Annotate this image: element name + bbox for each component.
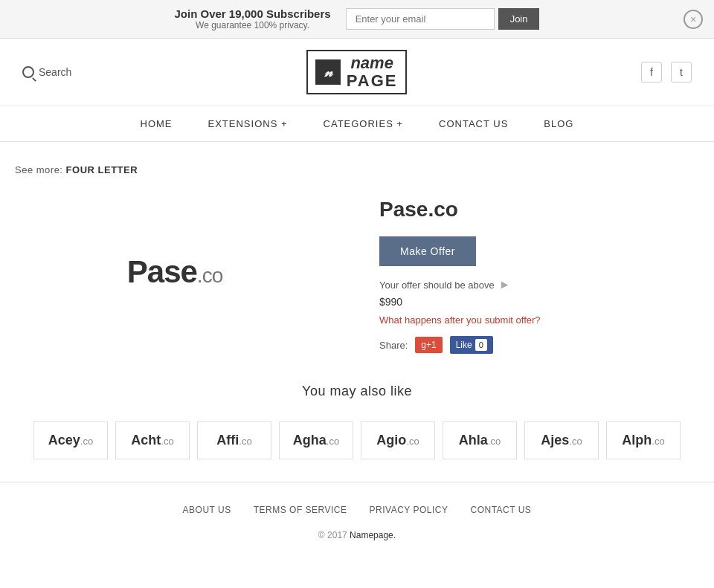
domain-card-6[interactable]: Ajes.co xyxy=(524,421,599,459)
banner-main-text: Join Over 19,000 Subscribers xyxy=(175,7,331,20)
logo-icon-letter: 𝓃 xyxy=(324,65,332,80)
logo-name: name xyxy=(347,54,398,72)
footer-links: ABOUT US TERMS OF SERVICE PRIVACY POLICY… xyxy=(15,505,699,515)
footer-about[interactable]: ABOUT US xyxy=(183,505,231,515)
logo-text: name PAGE xyxy=(347,54,398,90)
banner-sub-text: We guarantee 100% privacy. xyxy=(175,20,331,30)
share-label: Share: xyxy=(379,340,408,351)
footer-contact[interactable]: CONTACT US xyxy=(470,505,531,515)
domain-card-name-3: Agha.co xyxy=(293,433,339,448)
product-image: Pase.co xyxy=(15,198,335,346)
breadcrumb-link[interactable]: FOUR LETTER xyxy=(66,164,138,175)
logo-page: PAGE xyxy=(347,72,398,90)
domain-card-4[interactable]: Agio.co xyxy=(361,421,435,459)
domain-card-name-0: Acey.co xyxy=(48,433,93,448)
search-label: Search xyxy=(39,66,71,78)
twitter-icon: t xyxy=(680,66,683,78)
domain-logo-display: Pase.co xyxy=(127,254,222,290)
see-more-label: See more: xyxy=(15,164,62,175)
footer: ABOUT US TERMS OF SERVICE PRIVACY POLICY… xyxy=(0,482,714,563)
fb-like-label: Like xyxy=(456,340,472,350)
domain-grid: Acey.co Acht.co Affi.co Agha.co xyxy=(15,421,699,459)
nav-blog[interactable]: BLOG xyxy=(526,106,591,141)
facebook-link[interactable]: f xyxy=(641,62,662,83)
footer-copy-link[interactable]: Namepage. xyxy=(350,530,396,540)
nav-extensions[interactable]: EXTENSIONS + xyxy=(190,106,306,141)
main-content: See more: FOUR LETTER Pase.co Pase.co Ma… xyxy=(0,142,714,482)
domain-card-0[interactable]: Acey.co xyxy=(33,421,108,459)
facebook-icon: f xyxy=(650,66,653,78)
also-like-section: You may also like Acey.co Acht.co Affi.c… xyxy=(15,384,699,459)
domain-card-name-1: Acht.co xyxy=(131,433,173,448)
domain-tld-display: .co xyxy=(197,264,222,287)
domain-card-name-4: Agio.co xyxy=(376,433,419,448)
domain-card-name-7: Alph.co xyxy=(622,433,664,448)
logo-icon: 𝓃 xyxy=(315,59,341,85)
top-banner: Join Over 19,000 Subscribers We guarante… xyxy=(0,0,714,39)
footer-privacy[interactable]: PRIVACY POLICY xyxy=(370,505,448,515)
domain-card-5[interactable]: Ahla.co xyxy=(443,421,517,459)
footer-copyright: © 2017 Namepage. xyxy=(15,530,699,540)
gplus-button[interactable]: g+1 xyxy=(415,337,442,353)
email-input[interactable] xyxy=(346,8,495,30)
share-row: Share: g+1 Like 0 xyxy=(379,336,699,354)
offer-price: $990 xyxy=(379,296,699,308)
domain-card-3[interactable]: Agha.co xyxy=(279,421,353,459)
footer-copy-text: © 2017 xyxy=(318,530,347,540)
offer-info-text: Your offer should be above xyxy=(379,280,495,291)
nav-home[interactable]: HOME xyxy=(123,106,190,141)
product-title: Pase.co xyxy=(379,198,699,222)
close-banner-button[interactable]: × xyxy=(684,10,703,29)
logo[interactable]: 𝓃 name PAGE xyxy=(306,50,407,94)
banner-text: Join Over 19,000 Subscribers We guarante… xyxy=(175,7,331,30)
domain-card-7[interactable]: Alph.co xyxy=(606,421,681,459)
banner-form: Join xyxy=(346,8,540,30)
join-button[interactable]: Join xyxy=(498,8,540,30)
fb-like-button[interactable]: Like 0 xyxy=(450,336,493,354)
domain-name-display: Pase xyxy=(127,254,197,289)
domain-card-1[interactable]: Acht.co xyxy=(115,421,190,459)
twitter-link[interactable]: t xyxy=(671,62,692,83)
breadcrumb: See more: FOUR LETTER xyxy=(15,164,699,175)
offer-link[interactable]: What happens after you submit offer? xyxy=(379,314,541,326)
fb-count: 0 xyxy=(475,339,487,351)
nav-categories[interactable]: CATEGORIES + xyxy=(306,106,421,141)
product-details: Pase.co Make Offer Your offer should be … xyxy=(379,198,699,354)
also-like-title: You may also like xyxy=(15,384,699,399)
main-nav: HOME EXTENSIONS + CATEGORIES + CONTACT U… xyxy=(0,106,714,142)
domain-card-name-6: Ajes.co xyxy=(541,433,582,448)
footer-terms[interactable]: TERMS OF SERVICE xyxy=(254,505,347,515)
domain-card-2[interactable]: Affi.co xyxy=(197,421,271,459)
domain-card-name-5: Ahla.co xyxy=(459,433,501,448)
header: Search 𝓃 name PAGE f t xyxy=(0,39,714,106)
offer-arrow-icon: ► xyxy=(499,278,511,291)
offer-info: Your offer should be above ► xyxy=(379,278,699,291)
logo-box: 𝓃 name PAGE xyxy=(306,50,407,94)
search-icon xyxy=(22,66,34,78)
search-trigger[interactable]: Search xyxy=(22,66,71,78)
social-links: f t xyxy=(641,62,692,83)
nav-contact[interactable]: CONTACT US xyxy=(421,106,526,141)
make-offer-button[interactable]: Make Offer xyxy=(379,236,476,266)
product-section: Pase.co Pase.co Make Offer Your offer sh… xyxy=(15,198,699,354)
domain-card-name-2: Affi.co xyxy=(216,433,251,448)
